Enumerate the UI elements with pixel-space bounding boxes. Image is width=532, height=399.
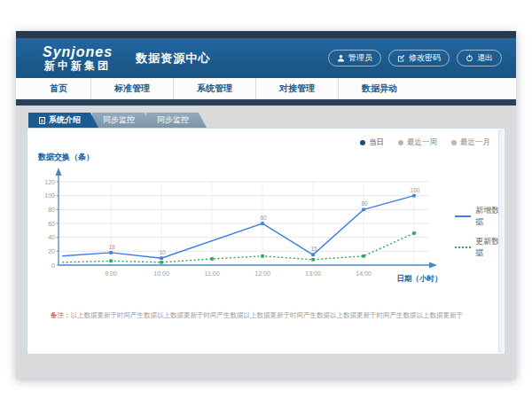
range-option-last-month-label: 最近一月 — [460, 137, 490, 148]
y-tick-label: 80 — [48, 207, 55, 213]
series-legend: 新增数据 更新数据 — [455, 205, 505, 267]
tab-sync-monitor-1[interactable]: 同步监控 — [92, 113, 153, 128]
data-point — [362, 208, 365, 212]
x-axis-arrow-icon — [429, 262, 437, 269]
y-axis-arrow-icon — [56, 168, 62, 176]
page-title: 数据资源中心 — [136, 51, 210, 66]
nav-item-system-mgmt[interactable]: 系统管理 — [174, 78, 256, 99]
radio-dot-icon — [451, 140, 457, 145]
admin-button[interactable]: 管理员 — [328, 50, 381, 66]
legend-entry-update-data[interactable]: 更新数据 — [455, 236, 505, 259]
data-point — [311, 253, 315, 256]
y-tick-label: 60 — [48, 221, 55, 227]
nav-divider-strip — [16, 99, 516, 106]
tab-bar: 系统介绍 同步监控 同步监控 — [28, 113, 200, 128]
chart-panel: 当日 最近一周 最近一月 数据交换（条） 0204060801001209:00… — [27, 128, 505, 355]
data-point — [160, 261, 163, 264]
data-point — [210, 257, 214, 261]
change-password-button-label: 修改密码 — [409, 52, 441, 64]
app-window: Synjones 新中新集团 数据资源中心 管理员 修改密码 退出 — [16, 31, 516, 379]
data-exchange-chart: 0204060801001209:0010:0011:0012:0013:001… — [33, 164, 450, 288]
nav-item-home[interactable]: 首页 — [27, 78, 91, 99]
radio-dot-icon — [360, 140, 365, 145]
data-point — [261, 254, 264, 258]
app-header: Synjones 新中新集团 数据资源中心 管理员 修改密码 退出 — [16, 38, 516, 78]
y-tick-label: 20 — [48, 248, 55, 254]
data-point — [412, 231, 416, 235]
range-option-last-week[interactable]: 最近一周 — [398, 137, 437, 148]
data-point-label: 60 — [260, 215, 267, 221]
data-point-label: 10 — [159, 249, 166, 255]
y-tick-label: 100 — [44, 192, 55, 199]
data-point — [362, 254, 365, 258]
legend-entry-new-data[interactable]: 新增数据 — [455, 205, 505, 228]
admin-button-label: 管理员 — [348, 52, 372, 64]
nav-item-interface-mgmt[interactable]: 对接管理 — [256, 78, 339, 99]
tab-sync-monitor-2-label: 同步监控 — [157, 115, 189, 124]
power-icon — [466, 54, 473, 62]
tab-system-intro[interactable]: 系统介绍 — [28, 113, 98, 128]
data-point-label: 15 — [310, 246, 317, 252]
range-option-last-week-label: 最近一周 — [407, 137, 437, 148]
tab-sync-monitor-1-label: 同步监控 — [103, 115, 135, 124]
company-logo: Synjones 新中新集团 — [43, 44, 113, 72]
dotted-line-swatch-icon — [455, 246, 471, 248]
data-point-label: 80 — [361, 200, 368, 207]
footnote-text: 以上数据更新于时间产生数据以上数据更新于时间产生数据以上数据更新于时间产生数据以… — [71, 311, 464, 319]
document-icon — [39, 117, 45, 124]
panel-scrollbar[interactable] — [498, 129, 504, 353]
y-axis-title: 数据交换（条） — [38, 152, 94, 163]
user-icon — [337, 54, 345, 62]
tab-system-intro-label: 系统介绍 — [49, 113, 81, 128]
top-strip — [16, 31, 516, 38]
logo-text-cn: 新中新集团 — [43, 60, 113, 72]
data-point-label: 18 — [108, 244, 115, 250]
tab-sync-monitor-2[interactable]: 同步监控 — [146, 113, 207, 128]
change-password-button[interactable]: 修改密码 — [388, 50, 450, 66]
x-tick-label: 13:00 — [305, 270, 321, 277]
x-tick-label: 9:00 — [105, 270, 117, 277]
main-nav: 首页 标准管理 系统管理 对接管理 数据异动 — [16, 78, 516, 99]
time-range-selector: 当日 最近一周 最近一月 — [360, 137, 490, 148]
data-point — [109, 260, 113, 263]
edit-icon — [397, 54, 405, 62]
x-tick-label: 11:00 — [205, 270, 220, 277]
range-option-today[interactable]: 当日 — [360, 137, 384, 148]
logout-button-label: 退出 — [477, 52, 493, 64]
solid-line-swatch-icon — [455, 215, 471, 217]
y-tick-label: 40 — [48, 234, 55, 240]
data-point — [412, 194, 416, 198]
range-option-today-label: 当日 — [369, 137, 384, 148]
data-point — [261, 222, 264, 225]
nav-item-data-change[interactable]: 数据异动 — [339, 78, 420, 99]
x-tick-label: 12:00 — [254, 270, 270, 277]
data-point — [311, 258, 315, 262]
radio-dot-icon — [398, 140, 403, 145]
user-actions: 管理员 修改密码 退出 — [328, 38, 502, 78]
data-point — [160, 256, 163, 260]
x-axis-title: 日期（小时） — [397, 274, 442, 283]
footnote: 备注：以上数据更新于时间产生数据以上数据更新于时间产生数据以上数据更新于时间产生… — [51, 311, 463, 320]
range-option-last-month[interactable]: 最近一月 — [451, 137, 490, 148]
footnote-prefix: 备注： — [51, 311, 71, 319]
nav-item-standard-mgmt[interactable]: 标准管理 — [91, 78, 174, 99]
logout-button[interactable]: 退出 — [457, 50, 502, 66]
x-tick-label: 10:00 — [153, 270, 169, 277]
logo-text-en: Synjones — [43, 44, 113, 60]
y-tick-label: 120 — [44, 179, 55, 185]
x-tick-label: 14:00 — [356, 270, 372, 277]
data-point — [109, 251, 113, 254]
content-area: 系统介绍 同步监控 同步监控 当日 最近一周 — [16, 106, 516, 379]
data-point-label: 100 — [411, 187, 420, 193]
y-tick-label: 0 — [51, 262, 55, 269]
